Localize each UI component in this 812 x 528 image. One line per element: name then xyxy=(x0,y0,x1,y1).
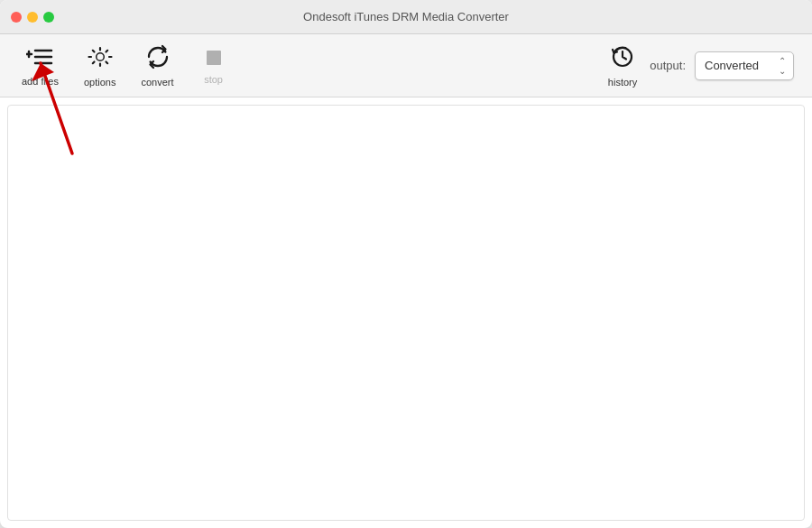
svg-rect-6 xyxy=(207,51,221,65)
main-window: Ondesoft iTunes DRM Media Converter xyxy=(0,0,812,528)
content-area xyxy=(7,105,805,521)
add-files-button[interactable]: add files xyxy=(9,38,71,94)
gear-icon xyxy=(88,44,113,73)
svg-point-5 xyxy=(97,53,103,60)
output-section: output: Converted ⌃⌄ xyxy=(650,51,803,80)
toolbar: add files options xyxy=(0,34,812,97)
maximize-button[interactable] xyxy=(43,12,54,23)
history-button[interactable]: history xyxy=(595,37,650,95)
close-button[interactable] xyxy=(11,12,22,23)
window-controls xyxy=(11,12,54,23)
window-title: Ondesoft iTunes DRM Media Converter xyxy=(303,10,509,23)
history-icon xyxy=(610,44,635,73)
output-value: Converted xyxy=(705,59,759,72)
convert-icon xyxy=(145,44,171,73)
output-dropdown[interactable]: Converted ⌃⌄ xyxy=(695,51,794,80)
dropdown-arrow-icon: ⌃⌄ xyxy=(779,56,786,76)
history-label: history xyxy=(608,77,637,88)
convert-label: convert xyxy=(141,77,173,88)
stop-label: stop xyxy=(204,74,223,85)
stop-icon xyxy=(205,47,223,70)
titlebar: Ondesoft iTunes DRM Media Converter xyxy=(0,0,812,34)
add-files-icon xyxy=(26,45,53,72)
stop-button[interactable]: stop xyxy=(187,40,241,92)
minimize-button[interactable] xyxy=(27,12,38,23)
output-label: output: xyxy=(650,59,686,72)
convert-button[interactable]: convert xyxy=(128,37,186,95)
options-label: options xyxy=(84,77,115,88)
options-button[interactable]: options xyxy=(71,37,128,95)
add-files-label: add files xyxy=(22,76,59,87)
